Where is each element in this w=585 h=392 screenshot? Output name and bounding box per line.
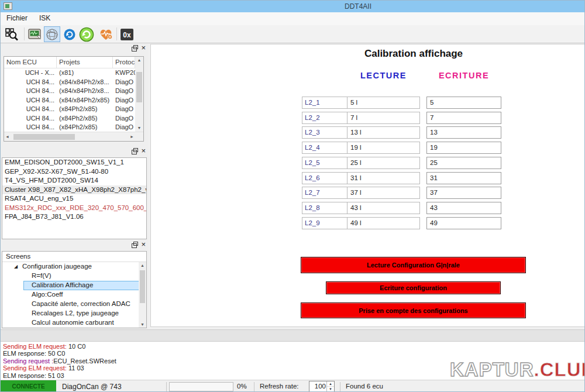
param-write-input[interactable]: 31 [426, 172, 501, 184]
close-panel-icon[interactable]: × [141, 242, 146, 247]
menu-item-fichier[interactable]: Fichier [1, 12, 33, 24]
table-row[interactable]: UCH 84...(x84Ph2/x85)DiagO [4, 114, 135, 123]
param-write-input[interactable]: 25 [426, 157, 501, 169]
log-label: Sending request : [3, 357, 53, 365]
float-panel-icon[interactable] [132, 242, 137, 247]
tree-item[interactable]: R=f(V) [2, 271, 146, 281]
list-item[interactable]: T4_VS_HFM_DDT2000_SW14 [2, 176, 146, 185]
ecu-column-header[interactable]: Protoc [113, 57, 135, 68]
screens-tree-header[interactable]: Screens [2, 252, 146, 262]
param-write-input[interactable]: 5 [426, 97, 501, 109]
table-row[interactable]: UCH - X...(x81)KWP20 [4, 68, 135, 78]
spin-down-icon[interactable]: ▼ [327, 386, 334, 391]
list-item[interactable]: GEP_X92-X52-X67_SW_51-40-80 [2, 167, 146, 177]
protocol-label: DiagOnCan @ 743 [62, 383, 122, 391]
screens-vscrollbar[interactable]: ▲ ▼ [139, 262, 146, 328]
tree-expanded-icon[interactable]: ◢ [14, 264, 18, 269]
menu-item-isk[interactable]: ISK [33, 12, 56, 24]
tree-item[interactable]: Capacité alerte, correction ADAC [2, 300, 146, 309]
tree-item-label: Recalages L2, type jaugeage [32, 310, 119, 317]
connection-status-badge: CONNECTE [1, 380, 56, 392]
param-read-value: 43 l [347, 202, 420, 214]
log-label: Sending ELM request: [3, 365, 67, 372]
ecu-column-header[interactable]: Nom ECU [4, 57, 57, 68]
tree-root-label: Configuration jaugeage [22, 263, 92, 270]
left-dock: × Nom ECUProjetsProtoc UCH - X...(x81)KW… [1, 43, 148, 329]
ecu-cell: (x84/x84Ph2/x8... [57, 87, 113, 96]
tree-item[interactable]: Algo:Coeff [2, 290, 146, 300]
tree-item-label: Calcul autonomie carburant [32, 319, 114, 326]
param-read-value: 7 l [347, 112, 420, 124]
ecu-hscrollbar[interactable]: ◄ ► [4, 132, 144, 141]
ecu-table-body: UCH - X...(x81)KWP20UCH 84...(x84/x84Ph2… [4, 68, 135, 132]
ecu-cell: UCH 84... [4, 123, 57, 132]
title-bar: DDT4AII [1, 1, 585, 12]
ecu-cell: DiagO [113, 123, 135, 132]
ecu-table-header: Nom ECUProjetsProtoc [4, 57, 135, 68]
param-read-value: 49 l [347, 217, 420, 229]
files-panel-header: × [1, 147, 148, 157]
tree-item[interactable]: Calibration Affichage [2, 281, 146, 290]
ecriture-configuration-button[interactable]: Ecriture configuration [326, 281, 501, 294]
heart-pulse-icon[interactable] [98, 26, 114, 42]
tree-item-label: Capacité alerte, correction ADAC [32, 300, 130, 307]
green-refresh-icon[interactable] [78, 26, 95, 42]
toolbar-separator [116, 27, 117, 40]
window-title: DDT4AII [345, 2, 371, 11]
close-panel-icon[interactable]: × [141, 148, 146, 154]
ecu-screen-icon[interactable] [26, 26, 43, 42]
spinbox-arrows[interactable]: ▲▼ [326, 381, 334, 391]
param-write-input[interactable]: 13 [426, 126, 501, 139]
hex-mode-icon[interactable]: 0x [119, 26, 135, 42]
tree-root-item[interactable]: ◢Configuration jaugeage [2, 262, 146, 271]
float-panel-icon[interactable] [132, 45, 137, 51]
refresh-rate-label: Refresh rate: [260, 383, 298, 390]
ecu-vscrollbar[interactable]: ▲ ▼ [135, 57, 143, 132]
horizontal-splitter[interactable] [1, 329, 585, 342]
tree-item[interactable]: Recalages L2, type jaugeage [2, 309, 146, 318]
refresh-rate-value[interactable]: 100 [309, 383, 326, 390]
list-item[interactable]: EMS312x_RDC_xxx_RDE_320_470_570_600_710_… [2, 204, 146, 213]
svg-text:0x: 0x [123, 30, 131, 39]
globe-sketch-icon[interactable] [44, 26, 60, 42]
log-value: 51 03 [46, 372, 64, 379]
float-panel-icon[interactable] [132, 148, 137, 154]
ecu-cell: DiagO [113, 78, 135, 87]
param-write-input[interactable]: 7 [426, 112, 501, 124]
table-row[interactable]: UCH 84...(x84/x84Ph2/x8...DiagO [4, 78, 135, 87]
param-write-input[interactable]: 37 [426, 187, 501, 199]
table-row[interactable]: UCH 84...(x84Ph2/x85)DiagO [4, 105, 135, 114]
close-panel-icon[interactable]: × [141, 45, 146, 51]
param-name-box: L2_3 [302, 126, 347, 139]
table-row[interactable]: UCH 84...(x84/x84Ph2/x85)DiagO [4, 96, 135, 105]
search-qr-icon[interactable] [4, 26, 20, 42]
param-read-value: 5 l [347, 97, 420, 109]
list-item[interactable]: RSAT4_ACU_eng_v15 [2, 194, 146, 204]
blue-refresh-icon[interactable] [61, 26, 78, 42]
ecu-column-header[interactable]: Projets [57, 57, 113, 68]
param-read-value: 19 l [347, 142, 420, 154]
screens-tree-items: ◢Configuration jaugeageR=f(V)Calibration… [2, 262, 146, 328]
table-row[interactable]: UCH 84...(x84/x84Ph2/x8...DiagO [4, 87, 135, 96]
list-item[interactable]: FPA_J84_B73_J81_V1.06 [2, 212, 146, 222]
ecu-table: Nom ECUProjetsProtoc UCH - X...(x81)KWP2… [4, 56, 144, 142]
list-item[interactable]: EMM_EDISON_DDT2000_SW15_V1_1 [2, 158, 146, 167]
tree-item[interactable]: Calcul autonomie carburant [2, 318, 146, 328]
toolbar-separator [24, 27, 25, 40]
param-write-input[interactable]: 43 [426, 202, 501, 214]
spin-up-icon[interactable]: ▲ [327, 381, 334, 386]
param-write-input[interactable]: 19 [426, 142, 501, 154]
refresh-rate-spinbox[interactable]: 100 ▲▼ [309, 381, 335, 392]
status-separator [254, 382, 254, 391]
lecture-header: LECTURE [347, 71, 420, 80]
lecture-configuration-button[interactable]: Lecture Configuration G|n|rale [301, 257, 526, 273]
list-item[interactable]: Cluster X98_X87_X82_xHA_X98ph2_X87ph2_v7… [2, 185, 146, 195]
ecu-cell: DiagO [113, 105, 135, 114]
ecu-cell: (x84Ph2/x85) [57, 123, 113, 132]
param-read-value: 31 l [347, 172, 420, 184]
param-write-input[interactable]: 49 [426, 217, 501, 229]
param-name-box: L2_4 [302, 142, 347, 154]
prise-en-compte-button[interactable]: Prise en compte des configurations [301, 302, 526, 318]
table-row[interactable]: UCH 84...(x84Ph2/x85)DiagO [4, 123, 135, 132]
ecu-cell: KWP20 [113, 68, 135, 78]
